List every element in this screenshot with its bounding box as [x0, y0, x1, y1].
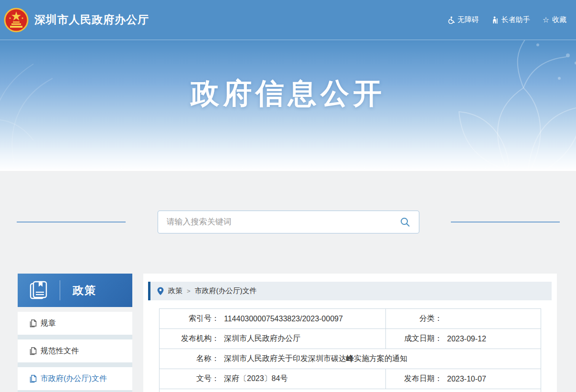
- partial-cell: [160, 389, 541, 392]
- write-date-label: 成文日期：: [386, 334, 442, 344]
- breadcrumb-separator: >: [187, 287, 191, 295]
- sidebar-header-divider: [60, 280, 60, 300]
- search-icon: [400, 217, 410, 227]
- document-info-table: 索引号： 114403000075433823/2023-00097 分类： 发…: [159, 308, 541, 392]
- highlighted-keyword: 峰: [346, 354, 354, 362]
- search-input[interactable]: [167, 217, 399, 227]
- publish-date-label: 发布日期：: [386, 374, 442, 384]
- content-row: 政策 规章 规范性文件: [0, 274, 576, 392]
- search-box: [158, 211, 419, 233]
- right-decor-line: [451, 222, 560, 222]
- favorite-link[interactable]: ☆ 收藏: [543, 15, 566, 24]
- sidebar-item-label: 规章: [41, 318, 56, 328]
- main-panel: 政策 > 市政府(办公厅)文件 索引号： 114403000075433823/…: [143, 274, 557, 392]
- document-icon: [30, 347, 37, 355]
- index-number-cell: 索引号： 114403000075433823/2023-00097: [160, 309, 386, 328]
- publisher-cell: 发布机构： 深圳市人民政府办公厅: [160, 329, 386, 349]
- policy-book-icon: [28, 280, 49, 301]
- left-decor-line: [17, 222, 126, 222]
- star-icon: ☆: [543, 16, 549, 24]
- document-name-cell: 名称： 深圳市人民政府关于印发深圳市碳达峰实施方案的通知: [160, 349, 541, 369]
- page-title: 政府信息公开: [0, 74, 576, 113]
- table-row-partial: [160, 389, 541, 392]
- table-row-publisher: 发布机构： 深圳市人民政府办公厅 成文日期： 2023-09-12: [160, 328, 541, 349]
- site-title: 深圳市人民政府办公厅: [34, 12, 149, 27]
- wheelchair-icon: [447, 16, 455, 24]
- sidebar-item-normative-documents[interactable]: 规范性文件: [18, 339, 132, 362]
- sidebar-items: 规章 规范性文件 市政府(办公厅)文件: [18, 312, 132, 392]
- table-row-index: 索引号： 114403000075433823/2023-00097 分类：: [160, 309, 541, 328]
- sidebar-item-label: 规范性文件: [41, 346, 79, 356]
- publisher-label: 发布机构：: [160, 334, 219, 344]
- breadcrumb-current: 市政府(办公厅)文件: [195, 286, 257, 296]
- index-number-value: 114403000075433823/2023-00097: [224, 315, 343, 323]
- category-cell: 分类：: [386, 309, 541, 328]
- document-icon: [30, 375, 37, 383]
- category-label: 分类：: [386, 314, 442, 324]
- top-header: 深圳市人民政府办公厅 无障碍 长者助手 ☆ 收藏: [0, 0, 576, 40]
- document-name-value: 深圳市人民政府关于印发深圳市碳达峰实施方案的通知: [224, 354, 407, 364]
- sidebar: 政策 规章 规范性文件: [18, 274, 132, 392]
- sidebar-item-regulations[interactable]: 规章: [18, 312, 132, 335]
- index-number-label: 索引号：: [160, 314, 219, 324]
- document-name-label: 名称：: [160, 354, 219, 364]
- doc-number-value: 深府〔2023〕84号: [224, 374, 288, 384]
- breadcrumb-policy-link[interactable]: 政策: [168, 286, 182, 296]
- write-date-value: 2023-09-12: [447, 335, 486, 343]
- accessibility-label: 无障碍: [458, 15, 479, 24]
- search-button[interactable]: [399, 216, 411, 228]
- doc-number-cell: 文号： 深府〔2023〕84号: [160, 369, 386, 389]
- publish-date-cell: 发布日期： 2023-10-07: [386, 369, 541, 389]
- sidebar-header-label: 政策: [73, 283, 96, 298]
- publish-date-value: 2023-10-07: [447, 375, 486, 383]
- table-row-name: 名称： 深圳市人民政府关于印发深圳市碳达峰实施方案的通知: [160, 349, 541, 369]
- table-row-doc-number: 文号： 深府〔2023〕84号 发布日期： 2023-10-07: [160, 369, 541, 389]
- header-links: 无障碍 长者助手 ☆ 收藏: [447, 15, 566, 24]
- elder-assist-label: 长者助手: [501, 15, 530, 24]
- elder-assist-link[interactable]: 长者助手: [491, 15, 530, 24]
- sidebar-header: 政策: [18, 274, 132, 307]
- sidebar-item-label: 市政府(办公厅)文件: [41, 374, 107, 384]
- doc-number-label: 文号：: [160, 374, 219, 384]
- location-pin-icon: [157, 287, 164, 296]
- national-emblem-icon: [4, 8, 29, 32]
- banner: 政府信息公开: [0, 40, 576, 171]
- write-date-cell: 成文日期： 2023-09-12: [386, 329, 541, 349]
- elder-person-icon: [491, 16, 499, 24]
- favorite-label: 收藏: [552, 15, 566, 24]
- accessibility-link[interactable]: 无障碍: [447, 15, 479, 24]
- search-section: [0, 211, 576, 233]
- content-zone: 政策 规章 规范性文件: [0, 171, 576, 392]
- document-icon: [30, 319, 37, 328]
- publisher-value: 深圳市人民政府办公厅: [224, 334, 300, 344]
- sidebar-item-municipal-documents[interactable]: 市政府(办公厅)文件: [18, 367, 132, 390]
- breadcrumb: 政策 > 市政府(办公厅)文件: [148, 282, 552, 300]
